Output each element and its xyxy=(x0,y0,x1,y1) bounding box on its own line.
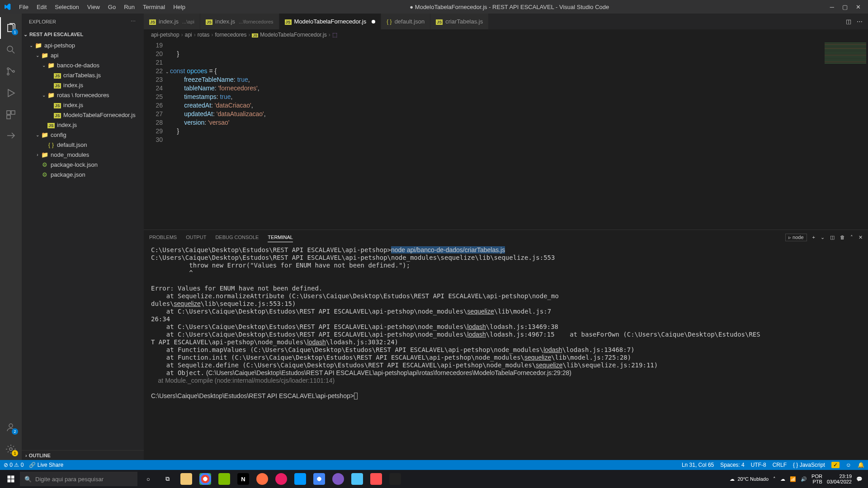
menu-run[interactable]: Run xyxy=(120,2,138,12)
search-icon[interactable] xyxy=(0,39,22,61)
windows-taskbar: 🔍 Digite aqui para pesquisar ○ ⧉ N ☁ 20°… xyxy=(0,470,868,488)
tray-clock[interactable]: 23:1903/04/2022 xyxy=(827,474,852,484)
tree-item[interactable]: ⚙package.json xyxy=(22,169,144,179)
status-cursor[interactable]: Ln 31, Col 65 xyxy=(682,462,714,468)
svg-point-1 xyxy=(7,68,9,70)
start-button[interactable] xyxy=(2,470,20,488)
split-terminal-icon[interactable]: ◫ xyxy=(830,235,835,240)
tray-chevron-icon[interactable]: ˄ xyxy=(773,476,776,482)
terminal-shell-selector[interactable]: ▹ node xyxy=(785,234,807,241)
menu-go[interactable]: Go xyxy=(104,2,119,12)
folder-root[interactable]: ⌄REST API ESCALAVEL xyxy=(22,29,144,39)
taskbar-search[interactable]: 🔍 Digite aqui para pesquisar xyxy=(20,472,137,486)
sidebar-more-icon[interactable]: ⋯ xyxy=(131,19,137,24)
status-feedback-icon[interactable]: ☺ xyxy=(846,462,851,468)
editor-tab[interactable]: JSindex.js...\fornecedores xyxy=(200,14,279,29)
status-spaces[interactable]: Spaces: 4 xyxy=(720,462,744,468)
svg-point-2 xyxy=(7,73,9,75)
editor-tab[interactable]: JScriarTabelas.js xyxy=(430,14,489,29)
status-bell-icon[interactable]: 🔔 xyxy=(858,462,864,468)
tray-notifications-icon[interactable]: 💬 xyxy=(856,476,863,482)
maximize-panel-icon[interactable]: ˄ xyxy=(850,235,853,240)
menu-file[interactable]: File xyxy=(15,2,32,12)
task-vscode-icon[interactable] xyxy=(291,470,309,488)
editor-tab[interactable]: { }default.json xyxy=(381,14,430,29)
status-language[interactable]: { } JavaScript xyxy=(793,462,825,468)
task-chrome2-icon[interactable] xyxy=(310,470,328,488)
panel-tab-output[interactable]: OUTPUT xyxy=(186,233,206,242)
task-notion-icon[interactable]: N xyxy=(234,470,252,488)
search-icon: 🔍 xyxy=(24,476,32,483)
task-chrome-icon[interactable] xyxy=(196,470,214,488)
status-prettier-icon[interactable]: ✓ xyxy=(831,462,840,468)
tray-volume-icon[interactable]: 🔊 xyxy=(801,476,807,482)
more-icon[interactable]: ⋯ xyxy=(857,18,863,25)
menu-help[interactable]: Help xyxy=(170,2,189,12)
tree-item[interactable]: ⌄📁api-petshop xyxy=(22,40,144,50)
panel-tab-debug-console[interactable]: DEBUG CONSOLE xyxy=(215,233,259,242)
maximize-button[interactable]: ▢ xyxy=(842,4,848,10)
code-editor[interactable]: 19202122⌄2324252627282930 }const opcoes … xyxy=(144,40,868,230)
task-explorer-icon[interactable] xyxy=(177,470,195,488)
tree-item[interactable]: ⌄📁config xyxy=(22,130,144,140)
status-problems[interactable]: ⊘ 0 ⚠ 0 xyxy=(4,462,24,468)
activity-bar: 1 2 1 xyxy=(0,14,22,460)
task-app3-icon[interactable] xyxy=(272,470,290,488)
svg-rect-5 xyxy=(11,111,15,114)
terminal-dropdown-icon[interactable]: ⌄ xyxy=(821,235,825,240)
split-editor-icon[interactable]: ◫ xyxy=(846,18,851,25)
menu-terminal[interactable]: Terminal xyxy=(139,2,169,12)
extensions-icon[interactable] xyxy=(0,104,22,126)
explorer-icon[interactable]: 1 xyxy=(0,17,22,39)
tree-item[interactable]: { }default.json xyxy=(22,140,144,150)
close-button[interactable]: ✕ xyxy=(856,4,861,10)
accounts-icon[interactable]: 2 xyxy=(0,417,22,438)
task-app1-icon[interactable] xyxy=(215,470,233,488)
tree-item[interactable]: ⌄📁rotas \ fornecedores xyxy=(22,90,144,100)
status-encoding[interactable]: UTF-8 xyxy=(751,462,766,468)
tree-item[interactable]: ⌄📁api xyxy=(22,50,144,60)
tree-item[interactable]: JSindex.js xyxy=(22,100,144,110)
tree-item[interactable]: JSindex.js xyxy=(22,120,144,130)
close-panel-icon[interactable]: ✕ xyxy=(859,235,863,240)
editor-tab[interactable]: JSindex.js...\api xyxy=(144,14,200,29)
minimap[interactable] xyxy=(823,40,868,230)
task-app5-icon[interactable] xyxy=(348,470,366,488)
status-eol[interactable]: CRLF xyxy=(773,462,787,468)
live-share-icon[interactable] xyxy=(0,126,22,147)
task-view-icon[interactable]: ⧉ xyxy=(158,470,176,488)
svg-rect-9 xyxy=(8,476,11,479)
task-app6-icon[interactable] xyxy=(367,470,385,488)
tray-cloud-icon[interactable]: ☁ xyxy=(780,476,785,482)
menu-selection[interactable]: Selection xyxy=(51,2,82,12)
panel-tab-problems[interactable]: PROBLEMS xyxy=(149,233,177,242)
tree-item[interactable]: JSindex.js xyxy=(22,80,144,90)
tree-item[interactable]: ⌄📁banco-de-dados xyxy=(22,60,144,70)
tree-item[interactable]: JSModeloTabelaFornecedor.js xyxy=(22,110,144,120)
tray-language[interactable]: PORPTB xyxy=(811,474,822,484)
minimize-button[interactable]: ─ xyxy=(830,4,834,10)
tree-item[interactable]: ›📁node_modules xyxy=(22,150,144,160)
task-terminal-icon[interactable] xyxy=(386,470,404,488)
task-app4-icon[interactable] xyxy=(329,470,347,488)
tray-wifi-icon[interactable]: 📶 xyxy=(790,476,796,482)
menu-view[interactable]: View xyxy=(84,2,104,12)
editor-tab[interactable]: JSModeloTabelaFornecedor.js xyxy=(279,14,382,29)
new-terminal-icon[interactable]: + xyxy=(812,235,815,240)
tree-item[interactable]: JScriarTabelas.js xyxy=(22,70,144,80)
outline-section[interactable]: ›OUTLINE xyxy=(22,450,144,460)
run-debug-icon[interactable] xyxy=(0,82,22,104)
task-cortana-icon[interactable]: ○ xyxy=(139,470,157,488)
panel-tab-terminal[interactable]: TERMINAL xyxy=(268,233,293,242)
menu-edit[interactable]: Edit xyxy=(33,2,50,12)
kill-terminal-icon[interactable]: 🗑 xyxy=(840,235,845,240)
tree-item[interactable]: ⚙package-lock.json xyxy=(22,160,144,169)
task-app2-icon[interactable] xyxy=(253,470,271,488)
breadcrumbs[interactable]: api-petshop›api›rotas›fornecedores›JSMod… xyxy=(144,29,868,40)
settings-icon[interactable]: 1 xyxy=(0,438,22,460)
source-control-icon[interactable] xyxy=(0,61,22,82)
terminal-output[interactable]: C:\Users\Caique\Desktop\Estudos\REST API… xyxy=(144,244,868,460)
status-liveshare[interactable]: 🔗 Live Share xyxy=(29,462,63,468)
file-tree: ⌄📁api-petshop⌄📁api⌄📁banco-de-dadosJScria… xyxy=(22,39,144,450)
taskbar-weather[interactable]: ☁ 20°C Nublado xyxy=(730,476,769,482)
